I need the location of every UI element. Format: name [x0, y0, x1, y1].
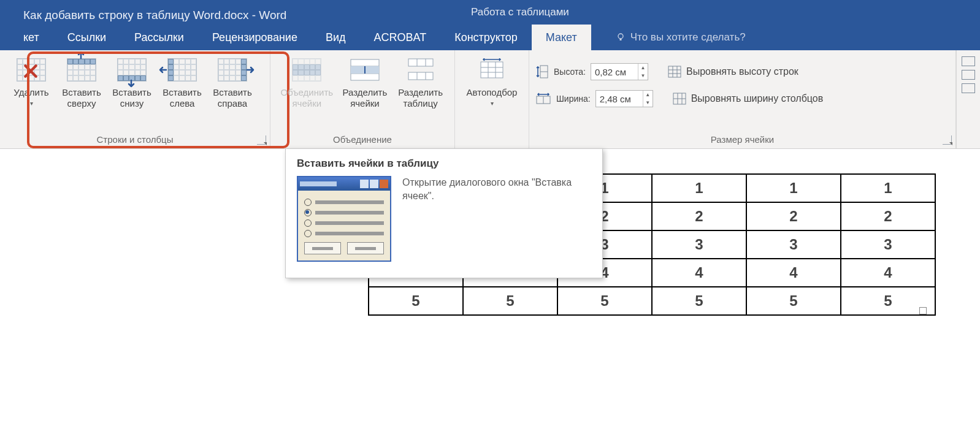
tooltip-title: Вставить ячейки в таблицу: [297, 158, 591, 170]
tab-review[interactable]: Рецензирование: [198, 25, 312, 50]
window-title: Как добавить строку в таблицу Word.docx …: [0, 0, 286, 22]
insert-below-button[interactable]: Вставить снизу: [107, 55, 157, 109]
group-cell-size: Высота: ▲▼ Выровнять высоту строк Ширина…: [529, 50, 956, 148]
title-bar: Как добавить строку в таблицу Word.docx …: [0, 0, 980, 50]
tell-me-placeholder: Что вы хотите сделать?: [630, 31, 746, 44]
table-resize-handle[interactable]: [919, 307, 927, 314]
width-spinner[interactable]: ▲▼: [595, 90, 653, 107]
lightbulb-icon: [616, 32, 626, 42]
table-cell[interactable]: 5: [652, 287, 746, 315]
tell-me-search[interactable]: Что вы хотите сделать?: [591, 25, 746, 50]
table-cell[interactable]: 2: [746, 202, 841, 230]
col-width-icon: [535, 93, 551, 105]
distribute-cols-button[interactable]: Выровнять ширину столбцов: [673, 93, 824, 105]
svg-point-0: [618, 34, 623, 39]
split-table-label: Разделить таблицу: [398, 87, 443, 109]
group-alignment-partial: [956, 50, 980, 148]
align-bottom-left-icon[interactable]: [962, 83, 975, 93]
contextual-tab-header: Работа с таблицами: [454, 0, 586, 25]
table-cell[interactable]: 3: [746, 230, 841, 259]
svg-rect-8: [408, 59, 433, 66]
dropdown-caret-icon: ▾: [491, 98, 494, 109]
group-label-merge: Объединение: [270, 132, 454, 148]
ribbon: Удалить ▾ Вставить сверху: [0, 50, 980, 149]
table-cell[interactable]: 4: [746, 259, 841, 287]
distribute-rows-icon: [668, 66, 681, 78]
tab-layout[interactable]: Макет: [532, 25, 591, 50]
table-cell[interactable]: 4: [652, 259, 746, 287]
height-spinner[interactable]: ▲▼: [591, 63, 648, 80]
svg-rect-14: [481, 62, 503, 78]
table-cell[interactable]: 3: [652, 230, 746, 259]
height-input[interactable]: [591, 67, 638, 77]
table-cell[interactable]: 1: [746, 174, 841, 202]
width-label: Ширина:: [556, 94, 591, 104]
split-table-icon: [406, 58, 435, 82]
width-input[interactable]: [596, 94, 643, 104]
tab-truncated[interactable]: кет: [0, 25, 53, 50]
insert-row-above-icon: [67, 58, 96, 82]
tab-links[interactable]: Ссылки: [53, 25, 120, 50]
split-table-button[interactable]: Разделить таблицу: [392, 55, 448, 109]
distribute-rows-button[interactable]: Выровнять высоту строк: [668, 66, 798, 78]
insert-left-label: Вставить слева: [163, 87, 202, 109]
insert-right-label: Вставить справа: [213, 87, 252, 109]
merge-cells-button: Объединить ячейки: [277, 55, 337, 109]
table-cell[interactable]: 2: [652, 202, 746, 230]
spin-up-icon[interactable]: ▲: [643, 91, 653, 99]
autofit-button[interactable]: Автоподбор ▾: [461, 55, 523, 109]
tooltip-text: Открытие диалогового окна "Вставка ячеек…: [402, 176, 591, 203]
spin-down-icon[interactable]: ▼: [643, 99, 653, 107]
spin-down-icon[interactable]: ▼: [638, 72, 648, 80]
ribbon-tabs: кет Ссылки Рассылки Рецензирование Вид A…: [0, 25, 980, 50]
insert-above-label: Вставить сверху: [62, 87, 101, 109]
split-cells-icon: [350, 59, 380, 81]
group-label-autofit-empty: [455, 142, 529, 148]
row-height-icon: [535, 64, 549, 79]
autofit-label: Автоподбор: [467, 87, 518, 98]
cell-size-dialog-launcher[interactable]: [943, 135, 952, 145]
group-rows-columns: Удалить ▾ Вставить сверху: [0, 50, 270, 148]
table-cell[interactable]: 5: [746, 287, 841, 315]
dialog-thumbnail-icon: [297, 176, 391, 262]
merge-cells-icon: [292, 58, 321, 82]
delete-button[interactable]: Удалить ▾: [6, 55, 56, 109]
align-mid-left-icon[interactable]: [962, 70, 975, 80]
insert-row-below-icon: [117, 58, 147, 82]
height-label: Высота:: [554, 67, 586, 77]
autofit-icon: [477, 58, 507, 82]
insert-left-button[interactable]: Вставить слева: [157, 55, 207, 109]
table-row[interactable]: 555555: [369, 287, 935, 315]
split-cells-button[interactable]: Разделить ячейки: [337, 55, 393, 109]
tab-design[interactable]: Конструктор: [440, 25, 532, 50]
table-cell[interactable]: 5: [557, 287, 652, 315]
table-cell[interactable]: 3: [841, 230, 935, 259]
spin-up-icon[interactable]: ▲: [638, 64, 648, 72]
tab-view[interactable]: Вид: [312, 25, 360, 50]
rows-cols-dialog-launcher[interactable]: [257, 135, 266, 145]
table-cell[interactable]: 5: [463, 287, 557, 315]
table-cell[interactable]: 2: [841, 202, 935, 230]
merge-cells-label: Объединить ячейки: [280, 87, 333, 109]
group-label-cell-size: Размер ячейки: [529, 132, 955, 148]
table-cell[interactable]: 1: [652, 174, 746, 202]
tab-mailings[interactable]: Рассылки: [120, 25, 198, 50]
svg-rect-21: [668, 66, 681, 77]
align-top-left-icon[interactable]: [962, 56, 975, 66]
svg-rect-11: [408, 72, 433, 80]
insert-column-left-icon: [167, 58, 197, 82]
tab-acrobat[interactable]: ACROBAT: [359, 25, 440, 50]
table-cell[interactable]: 5: [369, 287, 463, 315]
svg-rect-1: [619, 39, 621, 40]
group-merge: Объединить ячейки Разделить ячейки Разде…: [270, 50, 455, 148]
table-cell[interactable]: 1: [841, 174, 935, 202]
delete-label: Удалить: [13, 87, 48, 98]
group-label-rows-cols: Строки и столбцы: [0, 132, 270, 148]
distribute-cols-icon: [673, 93, 686, 105]
split-cells-label: Разделить ячейки: [343, 87, 388, 109]
group-autofit: Автоподбор ▾: [455, 50, 529, 148]
insert-above-button[interactable]: Вставить сверху: [56, 55, 107, 109]
table-cell[interactable]: 4: [841, 259, 935, 287]
insert-right-button[interactable]: Вставить справа: [207, 55, 258, 109]
distribute-rows-label: Выровнять высоту строк: [686, 66, 798, 77]
